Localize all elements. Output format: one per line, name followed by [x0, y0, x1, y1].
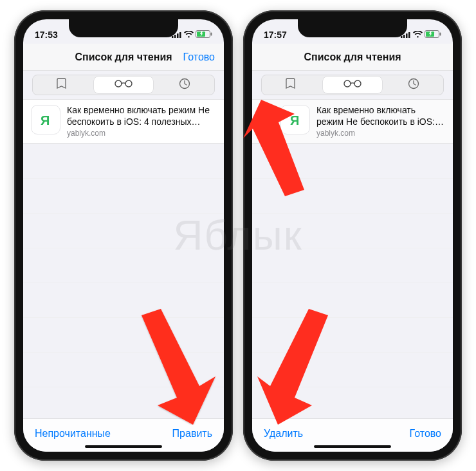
tab-history[interactable]: [154, 75, 214, 95]
history-icon: [179, 78, 190, 92]
svg-rect-1: [174, 35, 176, 38]
item-source: yablyk.com: [316, 129, 445, 138]
unread-button[interactable]: Непрочитанные: [35, 428, 111, 439]
svg-point-7: [115, 80, 122, 87]
item-thumbnail: Я: [31, 105, 60, 134]
checkmark-icon: [263, 114, 271, 125]
reading-list: Я Как временно включать режим Не беспоко…: [252, 99, 453, 144]
item-title: Как временно включать режим Не беспокоит…: [67, 105, 216, 127]
notch: [69, 19, 178, 37]
list-item[interactable]: Я Как временно включать режим Не беспоко…: [23, 100, 224, 143]
page-title: Список для чтения: [304, 51, 401, 63]
list-item[interactable]: Я Как временно включать режим Не беспоко…: [252, 100, 453, 143]
tab-bookmarks[interactable]: [33, 75, 93, 95]
svg-point-8: [125, 80, 132, 87]
item-source: yablyk.com: [67, 129, 216, 138]
segmented-control: [261, 75, 444, 95]
svg-text:Я: Я: [41, 113, 50, 127]
tab-reading-list[interactable]: [323, 77, 383, 93]
selection-checkbox[interactable]: [260, 113, 274, 127]
svg-rect-12: [401, 36, 403, 38]
notch: [298, 19, 407, 37]
glasses-icon: [342, 79, 363, 91]
battery-charging-icon: [196, 30, 212, 40]
svg-rect-14: [406, 33, 408, 38]
edit-button[interactable]: Править: [172, 428, 212, 439]
done-button[interactable]: Готово: [183, 51, 215, 63]
segmented-control: [32, 75, 215, 95]
tab-bookmarks[interactable]: [262, 75, 322, 95]
svg-point-19: [344, 80, 351, 87]
svg-rect-3: [179, 32, 181, 38]
home-indicator: [314, 445, 391, 448]
battery-charging-icon: [425, 30, 441, 40]
home-indicator: [85, 445, 162, 448]
tab-history[interactable]: [383, 75, 443, 95]
empty-rows: [23, 144, 224, 422]
bookmarks-icon: [56, 78, 69, 92]
delete-button[interactable]: Удалить: [264, 428, 303, 439]
nav-bar: Список для чтения Готово: [23, 44, 224, 71]
wifi-icon: [184, 30, 194, 40]
svg-text:Я: Я: [290, 113, 299, 127]
page-title: Список для чтения: [75, 51, 172, 63]
history-icon: [408, 78, 419, 92]
svg-rect-13: [403, 35, 405, 38]
empty-rows: [252, 144, 453, 422]
svg-rect-18: [440, 33, 441, 36]
status-time: 17:57: [264, 30, 287, 40]
nav-bar: Список для чтения: [252, 44, 453, 71]
bookmarks-icon: [285, 78, 298, 92]
item-thumbnail: Я: [280, 105, 310, 134]
svg-rect-2: [177, 33, 179, 38]
done-button[interactable]: Готово: [410, 428, 441, 439]
svg-rect-6: [211, 33, 212, 36]
svg-rect-15: [408, 32, 410, 38]
tab-reading-list[interactable]: [94, 77, 154, 93]
svg-point-20: [354, 80, 361, 87]
phone-left: 17:53 Список для чтения Готово: [14, 10, 233, 461]
phone-right: 17:57 Список для чтения: [243, 10, 462, 461]
status-time: 17:53: [35, 30, 58, 40]
glasses-icon: [113, 79, 134, 91]
item-title: Как временно включать режим Не беспокоит…: [316, 105, 445, 127]
wifi-icon: [413, 30, 423, 40]
reading-list: Я Как временно включать режим Не беспоко…: [23, 99, 224, 144]
svg-rect-0: [172, 36, 174, 38]
